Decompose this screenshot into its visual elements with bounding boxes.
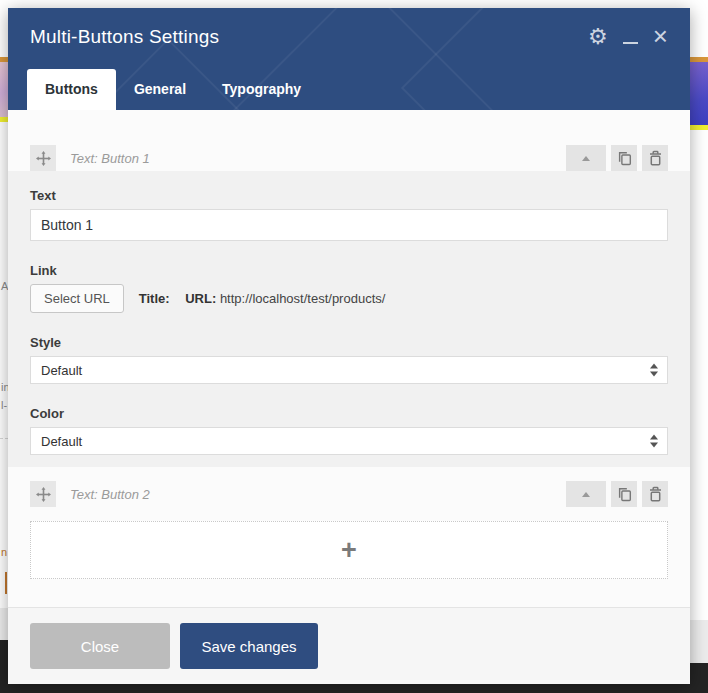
drag-handle[interactable]	[30, 481, 56, 507]
page-text-fragment: l-	[1, 399, 7, 411]
repeater-item-label: Text: Button 2	[70, 487, 150, 502]
duplicate-icon	[617, 151, 632, 166]
style-selected-value: Default	[41, 363, 82, 378]
trash-icon	[648, 486, 663, 502]
page-right-edge	[690, 0, 708, 693]
text-input[interactable]	[30, 209, 668, 241]
chevron-up-icon	[582, 492, 590, 497]
tab-typography[interactable]: Typography	[204, 69, 319, 110]
page-bg	[0, 122, 8, 608]
page-gray-band	[690, 620, 708, 663]
color-field-label: Color	[30, 384, 668, 421]
minimize-icon[interactable]	[623, 30, 638, 44]
page-bg	[0, 0, 8, 57]
duplicate-button[interactable]	[611, 145, 637, 171]
page-link-fragment	[5, 572, 7, 594]
repeater-item-1-header: Text: Button 1	[30, 145, 668, 171]
collapse-button[interactable]	[566, 481, 606, 507]
style-field-label: Style	[30, 313, 668, 350]
collapse-button[interactable]	[566, 145, 606, 171]
duplicate-icon	[617, 487, 632, 502]
page-footer-bar	[0, 684, 708, 693]
settings-gear-icon[interactable]: ⚙	[588, 26, 608, 48]
trash-icon	[648, 150, 663, 166]
title-bar: Multi-Buttons Settings ⚙ ×	[8, 8, 690, 65]
save-changes-button[interactable]: Save changes	[180, 623, 318, 669]
page-text-fragment: in	[1, 381, 8, 393]
text-field-label: Text	[30, 171, 668, 203]
page-text-fragment: A	[1, 280, 8, 292]
close-button[interactable]: Close	[30, 623, 170, 669]
page-hero-image-right	[690, 62, 708, 125]
link-title-label: Title:	[139, 291, 170, 306]
color-select[interactable]: Default	[30, 427, 668, 455]
dialog-title: Multi-Buttons Settings	[30, 26, 219, 48]
select-spinner-icon	[650, 364, 658, 377]
move-icon	[36, 151, 51, 166]
repeater-item-1-form: Text Link Select URL Title: URL: http://…	[8, 171, 690, 467]
repeater-item-label: Text: Button 1	[70, 151, 150, 166]
tab-general[interactable]: General	[116, 69, 204, 110]
page-text-fragment: n	[1, 546, 7, 558]
select-url-button[interactable]: Select URL	[30, 284, 124, 313]
page-dark-footer	[0, 640, 8, 693]
duplicate-button[interactable]	[611, 481, 637, 507]
tab-bar: Buttons General Typography	[8, 65, 690, 110]
dialog-header: Multi-Buttons Settings ⚙ × Buttons Gener…	[8, 8, 690, 110]
minimize-glyph	[623, 42, 638, 44]
drag-handle[interactable]	[30, 145, 56, 171]
page-bg	[690, 130, 708, 620]
link-url-label: URL:	[185, 291, 216, 306]
page-gray-band	[0, 608, 8, 640]
link-url-value: http://localhost/test/products/	[220, 291, 385, 306]
repeater-item-2-header: Text: Button 2	[30, 481, 668, 507]
color-selected-value: Default	[41, 434, 82, 449]
page-dark-footer	[690, 663, 708, 693]
tab-buttons[interactable]: Buttons	[27, 69, 116, 110]
style-select[interactable]: Default	[30, 356, 668, 384]
link-info: Title: URL: http://localhost/test/produc…	[139, 291, 386, 306]
select-spinner-icon	[650, 435, 658, 448]
page-divider-fragment	[0, 438, 8, 439]
link-row: Select URL Title: URL: http://localhost/…	[30, 284, 668, 313]
delete-button[interactable]	[642, 145, 668, 171]
multi-buttons-settings-dialog: Multi-Buttons Settings ⚙ × Buttons Gener…	[8, 8, 690, 684]
dialog-content: Text: Button 1	[8, 110, 690, 607]
close-icon[interactable]: ×	[653, 23, 668, 49]
page-hero-image-left	[0, 62, 8, 117]
dialog-footer: Close Save changes	[8, 607, 690, 684]
page-bg	[690, 0, 708, 57]
chevron-up-icon	[582, 156, 590, 161]
repeater-item-actions	[566, 145, 668, 171]
page-left-edge: A in l- n	[0, 0, 8, 693]
plus-icon: +	[341, 537, 357, 564]
move-icon	[36, 487, 51, 502]
window-controls: ⚙ ×	[588, 25, 668, 49]
add-item-button[interactable]: +	[30, 521, 668, 579]
delete-button[interactable]	[642, 481, 668, 507]
link-field-label: Link	[30, 241, 668, 278]
repeater-item-actions	[566, 481, 668, 507]
